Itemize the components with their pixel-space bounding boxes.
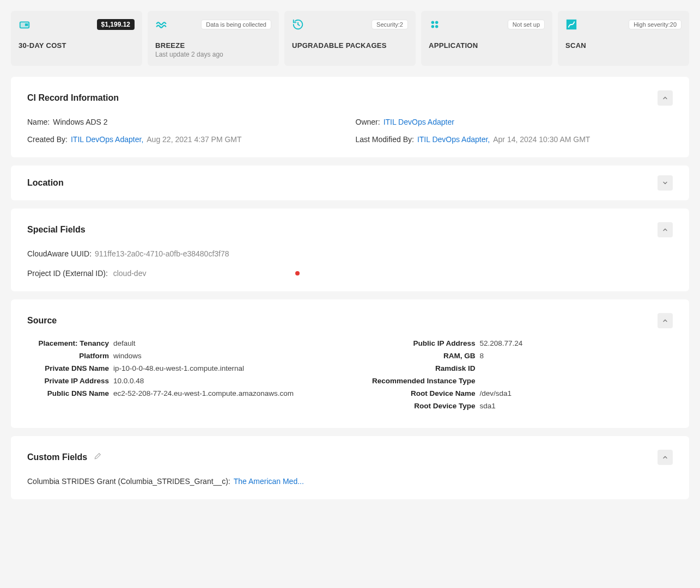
panel-location: Location — [11, 166, 689, 200]
cost-badge: $1,199.12 — [97, 19, 135, 30]
field-value: cloud-dev — [113, 269, 147, 278]
field-ramdisk-id: Ramdisk ID — [367, 364, 673, 372]
summary-cards: $1,199.12 30-DAY COST Data is being coll… — [11, 11, 689, 66]
panel-title: Custom Fields — [27, 452, 87, 462]
chevron-down-icon — [662, 180, 668, 186]
card-scan[interactable]: High severity:20 SCAN — [558, 11, 689, 66]
field-root-device-name: Root Device Name /dev/sda1 — [367, 389, 673, 397]
card-application[interactable]: Not set up APPLICATION — [421, 11, 552, 66]
card-title: 30-DAY COST — [19, 41, 135, 50]
alert-dot-icon — [295, 271, 300, 275]
panel-special-fields: Special Fields CloudAware UUID 911ffe13-… — [11, 209, 689, 291]
expand-button[interactable] — [658, 175, 673, 191]
owner-link[interactable]: ITIL DevOps Adapter — [384, 118, 454, 126]
chevron-up-icon — [662, 454, 668, 461]
field-owner: Owner ITIL DevOps Adapter — [356, 118, 673, 126]
field-project-id: Project ID (External ID) cloud-dev — [27, 269, 300, 278]
panel-custom-fields: Custom Fields Columbia STRIDES Grant (Co… — [11, 436, 689, 499]
grant-link[interactable]: The American Med... — [234, 477, 304, 486]
field-name: Name Windows ADS 2 — [27, 118, 345, 126]
application-badge: Not set up — [508, 20, 545, 29]
panel-ci-record: CI Record Information Name Windows ADS 2… — [11, 77, 689, 157]
svg-point-5 — [431, 21, 435, 24]
field-private-ip: Private IP Address 10.0.0.48 — [27, 377, 334, 385]
collapse-button[interactable] — [658, 450, 673, 465]
scan-badge: High severity:20 — [629, 20, 681, 29]
svg-point-6 — [435, 21, 439, 24]
wave-icon — [155, 19, 167, 30]
field-platform: Platform windows — [27, 352, 334, 360]
edit-icon[interactable] — [94, 453, 101, 462]
grid-icon — [429, 19, 441, 30]
card-title: APPLICATION — [429, 41, 545, 50]
field-root-device-type: Root Device Type sda1 — [367, 402, 673, 410]
chevron-up-icon — [662, 317, 668, 324]
card-title: SCAN — [565, 41, 681, 50]
breeze-badge: Data is being collected — [201, 20, 271, 29]
chevron-up-icon — [662, 95, 668, 101]
field-public-dns: Public DNS Name ec2-52-208-77-24.eu-west… — [27, 389, 334, 397]
card-30-day-cost[interactable]: $1,199.12 30-DAY COST — [11, 11, 142, 66]
card-title: BREEZE — [155, 41, 271, 50]
field-ram: RAM, GB 8 — [367, 352, 673, 360]
field-value: 911ffe13-2a0c-4710-a0fb-e38480cf3f78 — [95, 249, 229, 258]
created-date: Aug 22, 2021 4:37 PM GMT — [147, 135, 241, 144]
card-breeze[interactable]: Data is being collected BREEZE Last upda… — [148, 11, 279, 66]
panel-title: Location — [27, 178, 64, 188]
field-private-dns: Private DNS Name ip-10-0-0-48.eu-west-1.… — [27, 364, 334, 372]
panel-title: Special Fields — [27, 225, 86, 235]
collapse-button[interactable] — [658, 313, 673, 328]
panel-title: CI Record Information — [27, 93, 119, 103]
field-cloudaware-uuid: CloudAware UUID 911ffe13-2a0c-4710-a0fb-… — [27, 249, 673, 258]
field-value: Windows ADS 2 — [53, 118, 107, 126]
chevron-up-icon — [662, 226, 668, 233]
svg-line-4 — [298, 24, 300, 26]
field-modified-by: Last Modified By ITIL DevOps Adapter, Ap… — [356, 135, 673, 144]
panel-title: Source — [27, 316, 57, 326]
modified-date: Apr 14, 2024 10:30 AM GMT — [493, 135, 590, 144]
field-created-by: Created By ITIL DevOps Adapter, Aug 22, … — [27, 135, 345, 144]
scan-icon — [565, 19, 577, 30]
field-recommended-instance-type: Recommended Instance Type — [367, 377, 673, 385]
card-upgradable-packages[interactable]: Security:2 UPGRADABLE PACKAGES — [284, 11, 416, 66]
modified-by-link[interactable]: ITIL DevOps Adapter, — [417, 135, 490, 144]
svg-point-8 — [435, 25, 439, 28]
history-icon — [292, 19, 304, 30]
card-subtitle: Last update 2 days ago — [155, 51, 271, 58]
packages-badge: Security:2 — [372, 20, 408, 29]
svg-rect-2 — [26, 24, 28, 26]
collapse-button[interactable] — [658, 90, 673, 106]
panel-source: Source Placement: Tenancy default Platfo… — [11, 299, 689, 428]
wallet-icon — [19, 19, 31, 30]
card-title: UPGRADABLE PACKAGES — [292, 41, 408, 50]
field-columbia-strides-grant: Columbia STRIDES Grant (Columbia_STRIDES… — [27, 477, 673, 486]
svg-point-7 — [431, 25, 435, 28]
field-placement-tenancy: Placement: Tenancy default — [27, 339, 334, 347]
collapse-button[interactable] — [658, 222, 673, 237]
field-public-ip: Public IP Address 52.208.77.24 — [367, 339, 673, 347]
created-by-link[interactable]: ITIL DevOps Adapter, — [71, 135, 143, 144]
